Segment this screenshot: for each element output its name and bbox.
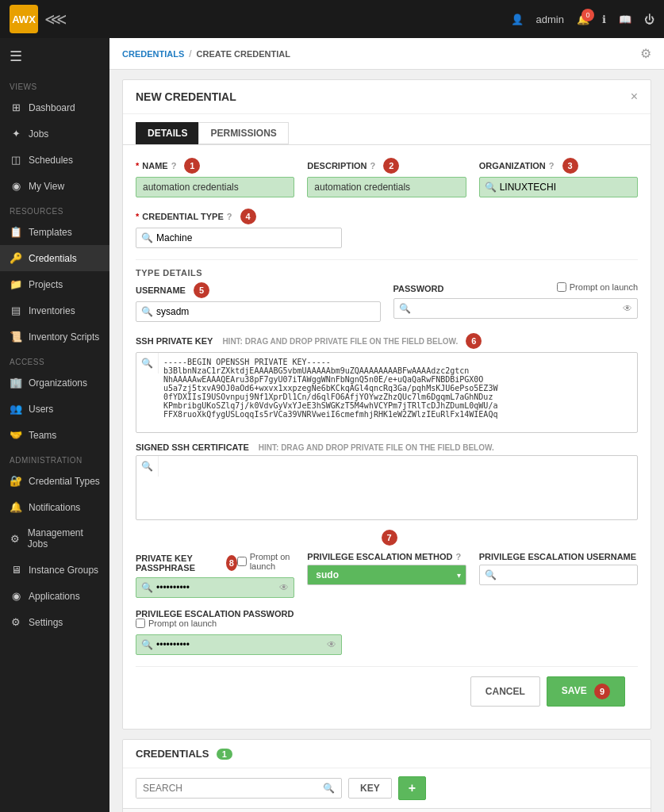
form-row-2: * CREDENTIAL TYPE ? 4 🔍 [136, 209, 638, 248]
name-help-icon[interactable]: ? [171, 161, 177, 170]
password-group: PASSWORD Prompt on launch 🔍 👁 [393, 282, 639, 322]
password-search-icon: 🔍 [399, 303, 411, 314]
ssh-key-textarea[interactable]: -----BEGIN OPENSSH PRIVATE KEY----- b3Bl… [159, 353, 628, 432]
signed-cert-area: 🔍 [136, 455, 638, 520]
form-row-priv-esc-password: PRIVILEGE ESCALATION PASSWORD Prompt on … [136, 609, 638, 655]
sidebar-item-credentials[interactable]: 🔑 Credentials [0, 245, 109, 271]
step-badge-7-row: 7 [136, 530, 638, 546]
sidebar-item-inventories[interactable]: ▤ Inventories [0, 297, 109, 324]
views-section-label: VIEWS [0, 75, 109, 94]
breadcrumb-parent[interactable]: CREDENTIALS [122, 49, 184, 59]
power-icon[interactable]: ⏻ [644, 13, 654, 25]
sidebar-item-label: Notifications [29, 502, 80, 513]
privilege-escalation-password-label: PRIVILEGE ESCALATION PASSWORD [136, 609, 294, 619]
credential-type-help-icon[interactable]: ? [227, 212, 232, 221]
sidebar-item-label: Organizations [29, 377, 87, 389]
sidebar-item-templates[interactable]: 📋 Templates [0, 219, 109, 245]
organization-search-icon: 🔍 [485, 182, 497, 193]
form-close-button[interactable]: × [631, 90, 638, 104]
add-credential-button[interactable]: + [398, 776, 426, 800]
sidebar-item-instance-groups[interactable]: 🖥 Instance Groups [0, 557, 109, 583]
priv-esc-username-wrapper: 🔍 [479, 565, 638, 585]
password-input[interactable] [411, 299, 624, 318]
priv-esc-help-icon[interactable]: ? [455, 552, 461, 561]
ssh-key-hint: HINT: Drag and drop private file on the … [222, 337, 458, 346]
management-jobs-icon: ⚙ [10, 533, 21, 545]
save-button[interactable]: SAVE 9 [547, 676, 625, 707]
passphrase-input[interactable] [153, 578, 279, 597]
step-badge-5: 5 [194, 282, 209, 298]
admin-section-label: ADMINISTRATION [0, 448, 109, 468]
organization-label: ORGANIZATION ? 3 [479, 158, 638, 174]
password-eye-icon[interactable]: 👁 [623, 303, 632, 314]
breadcrumb-action-icon[interactable]: ⚙ [640, 46, 651, 61]
priv-esc-username-input[interactable] [497, 565, 632, 584]
sidebar-item-label: Users [29, 404, 53, 415]
private-key-passphrase-group: PRIVATE KEY PASSPHRASE 8 Prompt on launc… [136, 552, 294, 598]
type-details-label: TYPE DETAILS [136, 259, 638, 282]
credentials-search-icon[interactable]: 🔍 [317, 779, 341, 798]
description-input[interactable] [307, 177, 466, 197]
key-button[interactable]: KEY [348, 778, 392, 799]
sidebar-item-label: Management Jobs [28, 527, 100, 550]
name-input[interactable] [136, 177, 294, 197]
credential-type-input[interactable] [153, 228, 336, 247]
form-title: NEW CREDENTIAL [136, 90, 236, 103]
sidebar-item-projects[interactable]: 📁 Projects [0, 271, 109, 297]
book-icon[interactable]: 📖 [619, 13, 631, 25]
signed-cert-icon: 🔍 [136, 456, 159, 477]
sidebar-item-teams[interactable]: 🤝 Teams [0, 422, 109, 448]
notification-bell[interactable]: 🔔 0 [577, 13, 589, 25]
sidebar-item-credential-types[interactable]: 🔐 Credential Types [0, 468, 109, 494]
priv-esc-password-input[interactable] [153, 635, 327, 654]
sidebar-item-settings[interactable]: ⚙ Settings [0, 609, 109, 635]
sidebar-item-jobs[interactable]: ✦ Jobs [0, 121, 109, 147]
step-badge-7: 7 [382, 530, 397, 546]
organization-help-icon[interactable]: ? [549, 161, 555, 170]
priv-esc-password-eye-icon[interactable]: 👁 [327, 639, 336, 650]
priv-esc-password-wrapper: 🔍 👁 [136, 634, 342, 655]
passphrase-search-icon: 🔍 [141, 582, 153, 593]
info-icon[interactable]: ℹ [602, 13, 606, 25]
username-label[interactable]: admin [536, 13, 564, 25]
password-prompt-checkbox[interactable] [557, 282, 566, 292]
sidebar-item-organizations[interactable]: 🏢 Organizations [0, 370, 109, 396]
credentials-list-card: CREDENTIALS 1 🔍 KEY + NAME ▲ [122, 739, 651, 812]
organization-group: ORGANIZATION ? 3 🔍 [479, 158, 638, 197]
sidebar-item-users[interactable]: 👥 Users [0, 396, 109, 422]
select-caret-icon: ▾ [457, 571, 461, 580]
inventories-icon: ▤ [10, 304, 22, 316]
description-help-icon[interactable]: ? [370, 161, 376, 170]
sidebar-item-my-view[interactable]: ◉ My View [0, 173, 109, 199]
sidebar-item-management-jobs[interactable]: ⚙ Management Jobs [0, 520, 109, 557]
password-prompt-row: Prompt on launch [557, 282, 638, 292]
hamburger-menu[interactable]: ☰ [0, 38, 109, 75]
col-kind: KIND [283, 809, 381, 813]
priv-esc-prompt-checkbox[interactable] [136, 619, 145, 628]
credential-type-search-icon: 🔍 [141, 232, 153, 243]
sidebar-item-inventory-scripts[interactable]: 📜 Inventory Scripts [0, 324, 109, 350]
privilege-escalation-method-select[interactable]: sudo su pbrun [313, 565, 357, 584]
organization-input[interactable] [497, 178, 632, 197]
ssh-key-section: SSH PRIVATE KEY HINT: Drag and drop priv… [136, 333, 638, 433]
breadcrumb-current: CREATE CREDENTIAL [197, 49, 290, 59]
credentials-search-input[interactable] [136, 779, 317, 798]
awx-wings: ⋘ [44, 10, 67, 29]
step-badge-9: 9 [594, 684, 610, 699]
sidebar-item-applications[interactable]: ◉ Applications [0, 583, 109, 609]
passphrase-prompt-checkbox[interactable] [237, 557, 247, 566]
passphrase-eye-icon[interactable]: 👁 [279, 582, 289, 593]
priv-esc-prompt-row: Prompt on launch [136, 619, 217, 628]
cancel-button[interactable]: CANCEL [470, 676, 540, 707]
sidebar-item-schedules[interactable]: ◫ Schedules [0, 147, 109, 173]
tab-permissions[interactable]: PERMISSIONS [198, 122, 288, 144]
notification-count: 0 [581, 9, 594, 21]
sidebar-item-dashboard[interactable]: ⊞ Dashboard [0, 94, 109, 121]
username-input[interactable] [153, 302, 375, 321]
sidebar-item-notifications[interactable]: 🔔 Notifications [0, 494, 109, 520]
required-star: * [136, 161, 139, 170]
signed-cert-textarea[interactable] [159, 456, 637, 519]
signed-ssh-label: SIGNED SSH CERTIFICATE HINT: Drag and dr… [136, 442, 638, 452]
username-group: USERNAME 5 🔍 [136, 282, 381, 322]
tab-details[interactable]: DETAILS [136, 122, 199, 144]
